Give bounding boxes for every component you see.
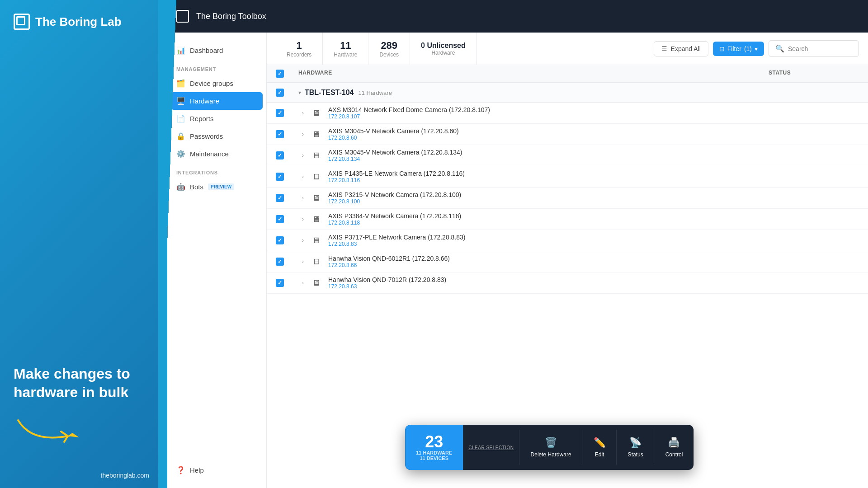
row-expand-0[interactable]: ›	[298, 108, 307, 117]
device-name-4: AXIS P3215-V Network Camera (172.20.8.10…	[328, 191, 769, 198]
device-camera-icon-7: 🖥	[312, 257, 328, 267]
sidebar-item-passwords[interactable]: 🔒 Passwords	[167, 127, 266, 145]
main-area: 📊 Dashboard MANAGEMENT 🗂️ Device groups …	[167, 33, 868, 488]
sidebar-item-help[interactable]: ❓ Help	[167, 461, 266, 479]
group-name: TBL-TEST-104	[305, 89, 354, 97]
content-area: 1 Recorders 11 Hardware 289 Devices 0 Un…	[267, 33, 868, 488]
topbar-logo-icon	[176, 10, 189, 23]
brand-name: The Boring Lab	[35, 15, 122, 29]
expand-all-label: Expand All	[671, 45, 701, 52]
device-camera-icon-4: 🖥	[312, 193, 328, 203]
search-icon: 🔍	[775, 44, 784, 53]
tagline: Make changes to hardware in bulk	[14, 365, 145, 402]
collapse-icon[interactable]: ▾	[298, 89, 301, 96]
sidebar-reports-label: Reports	[190, 115, 214, 122]
expand-all-button[interactable]: ☰ Expand All	[654, 41, 708, 56]
row-checkbox-1[interactable]	[276, 130, 284, 138]
filter-icon: ⊟	[719, 45, 725, 52]
filter-button[interactable]: ⊟ Filter (1) ▾	[713, 42, 764, 56]
group-checkbox[interactable]	[276, 89, 284, 97]
table-row: › 🖥 Hanwha Vision QND-7012R (172.20.8.83…	[267, 272, 868, 294]
stat-devices-label: Devices	[379, 52, 399, 58]
device-ip-3: 172.20.8.116	[328, 177, 769, 183]
sidebar-hardware-label: Hardware	[190, 97, 219, 105]
device-ip-2: 172.20.8.134	[328, 156, 769, 162]
sidebar-item-reports[interactable]: 📄 Reports	[167, 110, 266, 127]
filter-chevron-icon: ▾	[755, 45, 758, 52]
delete-icon: 🗑️	[545, 437, 557, 449]
table-row: › 🖥 AXIS P3384-V Network Camera (172.20.…	[267, 209, 868, 230]
device-camera-icon-5: 🖥	[312, 215, 328, 224]
row-expand-1[interactable]: ›	[298, 130, 307, 139]
device-info-5: AXIS P3384-V Network Camera (172.20.8.11…	[328, 212, 769, 226]
sidebar-item-dashboard[interactable]: 📊 Dashboard	[167, 42, 266, 59]
device-ip-0: 172.20.8.107	[328, 113, 769, 120]
device-info-0: AXS M3014 Network Fixed Dome Camera (172…	[328, 106, 769, 120]
device-info-7: Hanwha Vision QND-6012R1 (172.20.8.66) 1…	[328, 255, 769, 268]
sidebar-item-hardware[interactable]: 🖥️ Hardware	[171, 92, 263, 110]
filter-count: (1)	[744, 45, 752, 52]
stat-recorders-value: 1	[297, 40, 302, 52]
device-info-6: AXIS P3717-PLE Network Camera (172.20.8.…	[328, 234, 769, 247]
topbar-title: The Boring Toolbox	[196, 12, 266, 21]
control-button[interactable]: 🖨️ Control	[654, 430, 694, 465]
device-camera-icon-3: 🖥	[312, 172, 328, 182]
device-camera-icon-0: 🖥	[312, 108, 328, 118]
row-checkbox-7[interactable]	[276, 258, 284, 266]
edit-button[interactable]: ✏️ Edit	[582, 430, 617, 465]
control-label: Control	[665, 451, 683, 458]
sidebar-item-bots[interactable]: 🤖 Bots PREVIEW	[167, 178, 266, 196]
preview-badge: PREVIEW	[208, 183, 234, 190]
table-row: › 🖥 AXIS M3045-V Network Camera (172.20.…	[267, 124, 868, 145]
bulk-count-section: 23 11 HARDWARE 11 DEVICES	[405, 425, 463, 470]
topbar: The Boring Toolbox	[167, 0, 868, 33]
row-checkbox-8[interactable]	[276, 279, 284, 287]
row-expand-5[interactable]: ›	[298, 215, 307, 224]
search-input[interactable]	[788, 45, 852, 52]
row-checkbox-5[interactable]	[276, 215, 284, 223]
table-row: › 🖥 AXIS P1435-LE Network Camera (172.20…	[267, 166, 868, 188]
delete-hardware-button[interactable]: 🗑️ Delete Hardware	[519, 430, 582, 465]
table-row: › 🖥 AXIS P3717-PLE Network Camera (172.2…	[267, 230, 868, 251]
expand-all-icon: ☰	[661, 45, 667, 52]
row-checkbox-2[interactable]	[276, 151, 284, 160]
device-camera-icon-6: 🖥	[312, 236, 328, 245]
left-branding-panel: The Boring Lab Make changes to hardware …	[0, 0, 158, 488]
filter-label: Filter	[727, 45, 741, 52]
device-name-3: AXIS P1435-LE Network Camera (172.20.8.1…	[328, 170, 769, 177]
row-checkbox-0[interactable]	[276, 109, 284, 117]
brand-logo-icon	[14, 14, 30, 30]
sidebar-item-maintenance[interactable]: ⚙️ Maintenance	[167, 145, 266, 163]
stat-unlicensed-label: Hardware	[431, 50, 455, 56]
table-row: › 🖥 Hanwha Vision QND-6012R1 (172.20.8.6…	[267, 251, 868, 272]
select-all-checkbox[interactable]	[276, 70, 284, 78]
device-name-0: AXS M3014 Network Fixed Dome Camera (172…	[328, 106, 769, 113]
bulk-selected-count: 23	[425, 434, 443, 450]
device-info-1: AXIS M3045-V Network Camera (172.20.8.60…	[328, 127, 769, 141]
row-checkbox-4[interactable]	[276, 194, 284, 202]
help-icon: ❓	[176, 466, 185, 474]
row-expand-3[interactable]: ›	[298, 172, 307, 181]
device-name-5: AXIS P3384-V Network Camera (172.20.8.11…	[328, 212, 769, 220]
row-expand-8[interactable]: ›	[298, 278, 307, 287]
edit-label: Edit	[595, 451, 604, 458]
device-ip-5: 172.20.8.118	[328, 220, 769, 226]
row-expand-7[interactable]: ›	[298, 257, 307, 266]
status-column-header: STATUS	[769, 70, 859, 78]
bulk-actions-group: 🗑️ Delete Hardware ✏️ Edit 📡 Status 🖨️ C…	[519, 430, 694, 465]
group-checkbox-cell	[276, 89, 298, 97]
hardware-column-header: HARDWARE	[298, 70, 769, 78]
sidebar-item-device-groups[interactable]: 🗂️ Device groups	[167, 75, 266, 92]
row-expand-4[interactable]: ›	[298, 193, 307, 202]
status-button[interactable]: 📡 Status	[617, 430, 654, 465]
stat-unlicensed: 0 Unlicensed Hardware	[410, 33, 477, 65]
device-ip-7: 172.20.8.66	[328, 262, 769, 268]
row-expand-2[interactable]: ›	[298, 151, 307, 160]
device-ip-6: 172.20.8.83	[328, 241, 769, 247]
row-checkbox-6[interactable]	[276, 236, 284, 244]
row-expand-6[interactable]: ›	[298, 236, 307, 245]
clear-selection-button[interactable]: CLEAR SELECTION	[463, 445, 519, 450]
management-section-label: MANAGEMENT	[167, 59, 266, 75]
device-name-2: AXIS M3045-V Network Camera (172.20.8.13…	[328, 149, 769, 156]
row-checkbox-3[interactable]	[276, 173, 284, 181]
